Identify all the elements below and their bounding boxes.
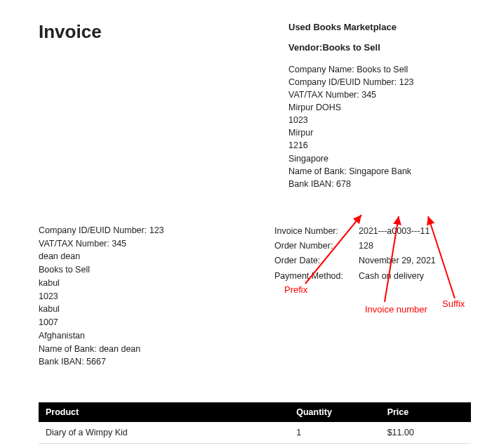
buyer-company-id: Company ID/EUID Number: 123 (39, 224, 214, 237)
annotation-prefix: Prefix (284, 284, 307, 295)
buyer-addr2: 1023 (39, 290, 214, 303)
order-number-value: 128 (359, 239, 471, 253)
invoice-number-value: 2021---a0003---11 (359, 224, 471, 239)
vendor-addr1: Mirpur DOHS (288, 101, 471, 114)
annotation-suffix: Suffix (442, 298, 465, 309)
vendor-block: Used Books Marketplace Vendor:Books to S… (288, 21, 471, 190)
annotation-invoice-number: Invoice number (365, 304, 427, 315)
buyer-zip: 1007 (39, 316, 214, 329)
table-row: Diary of a Wimpy Kid 1 $11.00 (39, 422, 471, 444)
order-number-label: Order Number: (274, 239, 359, 253)
buyer-bank-iban: Bank IBAN: 5667 (39, 355, 214, 369)
buyer-addr1: kabul (39, 277, 214, 290)
cell-quantity: 1 (289, 422, 380, 444)
page-title: Invoice (39, 21, 102, 43)
payment-method-value: Cash on delivery (359, 269, 471, 284)
vendor-company-id: Company ID/EUID Number: 123 (288, 76, 471, 88)
payment-method-label: Payment Method: (274, 269, 359, 284)
order-date-label: Order Date: (274, 253, 359, 268)
vendor-label: Vendor:Books to Sell (288, 41, 471, 55)
invoice-number-label: Invoice Number: (274, 224, 359, 239)
cell-product: Diary of a Wimpy Kid (39, 422, 289, 444)
buyer-bank-name: Name of Bank: dean dean (39, 343, 214, 356)
vendor-bank-name: Name of Bank: Singapore Bank (288, 165, 471, 178)
buyer-city: kabul (39, 303, 214, 316)
vendor-vat: VAT/TAX Number: 345 (288, 88, 471, 101)
items-table: Product Quantity Price Diary of a Wimpy … (39, 402, 471, 444)
cell-price: $11.00 (380, 422, 471, 444)
vendor-country: Singapore (288, 152, 471, 165)
buyer-company: Books to Sell (39, 263, 214, 277)
marketplace-name: Used Books Marketplace (288, 21, 471, 34)
buyer-country: Afghanistan (39, 329, 214, 343)
vendor-zip: 1216 (288, 139, 471, 152)
vendor-city: Mirpur (288, 126, 471, 139)
vendor-bank-iban: Bank IBAN: 678 (288, 178, 471, 190)
order-date-value: November 29, 2021 (359, 253, 471, 268)
vendor-addr2: 1023 (288, 114, 471, 126)
vendor-company-name: Company Name: Books to Sell (288, 63, 471, 76)
buyer-block: Company ID/EUID Number: 123 VAT/TAX Numb… (39, 224, 214, 369)
order-block: Invoice Number: 2021---a0003---11 Order … (274, 224, 471, 369)
col-header-quantity: Quantity (289, 402, 380, 422)
col-header-product: Product (39, 402, 289, 422)
col-header-price: Price (380, 402, 471, 422)
buyer-name: dean dean (39, 250, 214, 263)
buyer-vat: VAT/TAX Number: 345 (39, 237, 214, 251)
